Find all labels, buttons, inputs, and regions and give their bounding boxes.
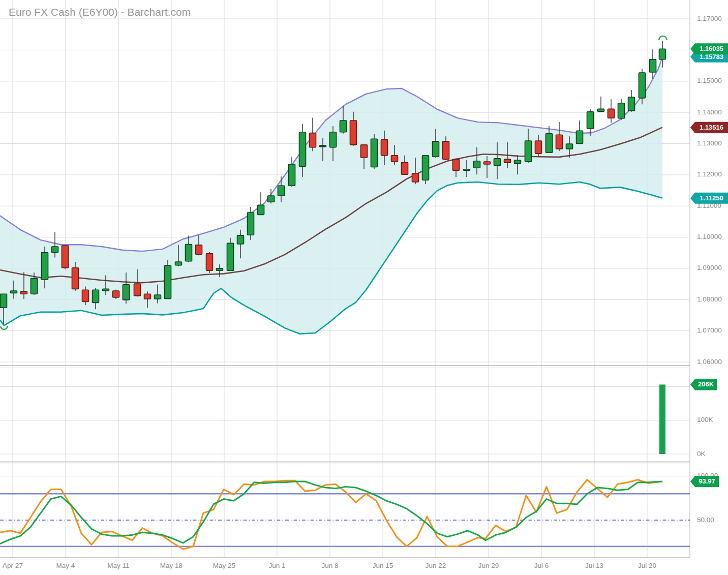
- chart-title: Euro FX Cash (E6Y00) - Barchart.com: [9, 6, 191, 18]
- svg-text:Jul 13: Jul 13: [585, 562, 603, 569]
- candle[interactable]: [577, 120, 583, 144]
- candle[interactable]: [608, 99, 615, 123]
- svg-text:1.16035: 1.16035: [700, 45, 723, 52]
- svg-text:May 4: May 4: [56, 562, 75, 569]
- period-low-arc-icon: [1, 326, 8, 329]
- stochastic-badge: 93.97: [690, 476, 719, 487]
- lower-band-badge: 1.11250: [690, 193, 728, 204]
- svg-text:Jun 8: Jun 8: [321, 562, 338, 569]
- period-high-arc-icon: [659, 36, 667, 40]
- candle[interactable]: [62, 246, 69, 269]
- svg-text:Jun 15: Jun 15: [373, 562, 393, 569]
- oscillator-orange-line: [0, 480, 662, 549]
- svg-text:May 18: May 18: [160, 562, 183, 569]
- svg-text:1.13516: 1.13516: [700, 124, 723, 131]
- candle[interactable]: [422, 155, 429, 184]
- svg-text:1.10000: 1.10000: [697, 233, 722, 240]
- svg-text:1.11250: 1.11250: [700, 194, 723, 202]
- chart-canvas[interactable]: 1.170001.150001.140001.130001.120001.110…: [0, 0, 728, 575]
- svg-text:Jun 22: Jun 22: [426, 562, 446, 569]
- candle[interactable]: [310, 118, 316, 152]
- svg-text:100K: 100K: [697, 416, 713, 423]
- candle[interactable]: [371, 134, 378, 169]
- svg-text:0K: 0K: [697, 450, 706, 458]
- oscillator-panel: [0, 480, 690, 549]
- svg-text:50.00: 50.00: [697, 516, 714, 524]
- svg-text:Jun 1: Jun 1: [268, 562, 285, 569]
- candle[interactable]: [206, 252, 213, 273]
- svg-text:1.07000: 1.07000: [697, 326, 722, 334]
- svg-text:May 11: May 11: [107, 562, 129, 569]
- bollinger-area: [0, 57, 662, 334]
- volume-badge: 206K: [690, 379, 717, 390]
- svg-text:Apr 27: Apr 27: [3, 562, 23, 569]
- svg-text:Jul 6: Jul 6: [534, 562, 549, 569]
- bollinger-bands: [0, 57, 662, 334]
- last-price-badge: 1.16035: [690, 43, 728, 54]
- candle[interactable]: [556, 122, 563, 151]
- panel-borders: [0, 366, 690, 557]
- svg-text:1.17000: 1.17000: [697, 15, 722, 22]
- volume-series: [659, 384, 665, 454]
- svg-text:1.12000: 1.12000: [697, 170, 722, 178]
- svg-text:1.13000: 1.13000: [697, 139, 722, 147]
- svg-text:93.97: 93.97: [699, 477, 715, 485]
- svg-text:1.14000: 1.14000: [697, 108, 722, 116]
- candle[interactable]: [598, 97, 604, 112]
- middle-band-badge: 1.13516: [690, 122, 728, 133]
- volume-bar: [659, 384, 665, 454]
- svg-text:1.15000: 1.15000: [697, 77, 722, 84]
- candle[interactable]: [587, 109, 594, 136]
- svg-text:1.08000: 1.08000: [697, 295, 722, 303]
- svg-text:May 25: May 25: [213, 562, 235, 569]
- barchart-interactive-chart[interactable]: Euro FX Cash (E6Y00) - Barchart.com 1.17…: [0, 0, 728, 575]
- svg-text:Jun 29: Jun 29: [478, 562, 499, 569]
- candle[interactable]: [618, 99, 625, 120]
- svg-text:1.09000: 1.09000: [697, 264, 722, 271]
- svg-text:206K: 206K: [698, 380, 714, 388]
- candle[interactable]: [628, 90, 635, 112]
- svg-text:1.06000: 1.06000: [697, 358, 722, 366]
- svg-text:Jul 20: Jul 20: [638, 562, 656, 569]
- candle[interactable]: [227, 238, 234, 271]
- candle[interactable]: [165, 260, 171, 299]
- candle[interactable]: [113, 290, 119, 299]
